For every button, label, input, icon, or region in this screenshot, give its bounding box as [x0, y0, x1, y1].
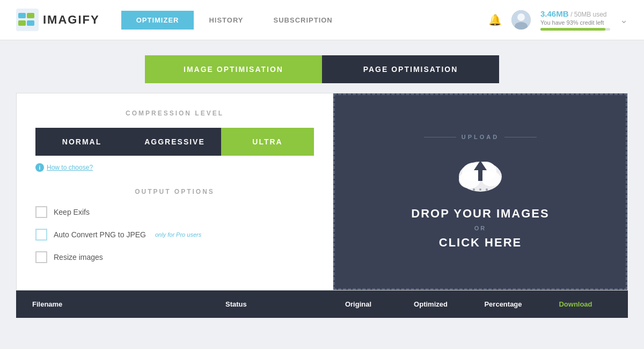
th-optimized: Optimized [394, 300, 467, 308]
resize-images-row: Resize images [35, 251, 314, 263]
upload-cloud-icon [453, 151, 507, 196]
svg-point-14 [473, 188, 475, 191]
svg-rect-3 [18, 20, 26, 26]
nav-optimizer-button[interactable]: OPTIMIZER [121, 11, 194, 30]
main-content: COMPRESSION LEVEL NORMAL AGGRESSIVE ULTR… [16, 93, 628, 290]
usage-info: 3.46MB / 50MB used You have 93% credit l… [540, 9, 610, 31]
avatar[interactable] [511, 10, 531, 30]
th-percentage: Percentage [467, 300, 539, 308]
pro-badge: only for Pro users [155, 231, 201, 238]
logo: IMAGIFY [16, 9, 100, 31]
resize-images-label: Resize images [54, 253, 103, 261]
auto-convert-checkbox[interactable] [35, 229, 47, 241]
usage-total: / 50MB used [570, 11, 606, 18]
or-text: OR [474, 225, 487, 231]
click-here-text: CLICK HERE [439, 236, 522, 250]
auto-convert-row: Auto Convert PNG to JPEG only for Pro us… [35, 229, 314, 241]
header-right: 🔔 3.46MB / 50MB used You have 93% credit… [488, 9, 628, 31]
keep-exifs-row: Keep Exifs [35, 206, 314, 218]
compression-level-label: COMPRESSION LEVEL [35, 110, 314, 117]
info-icon: i [35, 163, 44, 172]
keep-exifs-checkbox[interactable] [35, 206, 47, 218]
usage-bar-fill [540, 28, 605, 31]
th-filename: Filename [32, 300, 225, 308]
auto-convert-label: Auto Convert PNG to JPEG [54, 230, 146, 239]
svg-rect-1 [18, 13, 26, 18]
header: IMAGIFY OPTIMIZER HISTORY SUBSCRIPTION 🔔… [0, 0, 644, 40]
svg-point-15 [479, 188, 481, 191]
output-options-label: OUTPUT OPTIONS [35, 188, 314, 195]
how-to-choose-link[interactable]: i How to choose? [35, 163, 314, 172]
nav-history-link[interactable]: HISTORY [194, 11, 258, 30]
logo-icon [16, 9, 39, 31]
upload-label: UPLOAD [424, 134, 537, 140]
logo-text: IMAGIFY [43, 13, 100, 27]
th-original: Original [322, 300, 394, 308]
svg-rect-2 [27, 13, 34, 18]
usage-sub: You have 93% credit left [540, 19, 610, 26]
usage-bar-bg [540, 28, 610, 31]
svg-point-16 [486, 188, 488, 191]
resize-images-checkbox[interactable] [35, 251, 47, 263]
bell-icon[interactable]: 🔔 [488, 13, 502, 26]
nav: OPTIMIZER HISTORY SUBSCRIPTION [121, 11, 488, 30]
chevron-down-icon[interactable]: ⌄ [620, 14, 628, 26]
keep-exifs-label: Keep Exifs [54, 208, 90, 216]
compression-buttons: NORMAL AGGRESSIVE ULTRA [35, 128, 314, 156]
tabs-container: IMAGE OPTIMISATION PAGE OPTIMISATION [145, 55, 499, 83]
compression-ultra-button[interactable]: ULTRA [221, 128, 314, 156]
compression-aggressive-button[interactable]: AGGRESSIVE [128, 128, 221, 156]
left-panel: COMPRESSION LEVEL NORMAL AGGRESSIVE ULTR… [17, 93, 333, 290]
svg-rect-0 [16, 9, 39, 31]
upload-panel[interactable]: UPLOAD DROP YOUR IMAGES OR CLICK HERE [333, 93, 627, 290]
drop-text: DROP YOUR IMAGES [411, 207, 549, 221]
tab-image-optimisation[interactable]: IMAGE OPTIMISATION [145, 55, 322, 83]
compression-normal-button[interactable]: NORMAL [35, 128, 128, 156]
svg-rect-4 [27, 20, 34, 26]
usage-top: 3.46MB / 50MB used [540, 9, 610, 18]
th-download: Download [539, 300, 612, 308]
th-status: Status [225, 300, 322, 308]
nav-subscription-link[interactable]: SUBSCRIPTION [259, 11, 348, 30]
table-header: Filename Status Original Optimized Perce… [16, 290, 628, 318]
svg-point-6 [517, 13, 525, 21]
usage-mb: 3.46MB [540, 9, 569, 18]
tab-page-optimisation[interactable]: PAGE OPTIMISATION [322, 55, 499, 83]
